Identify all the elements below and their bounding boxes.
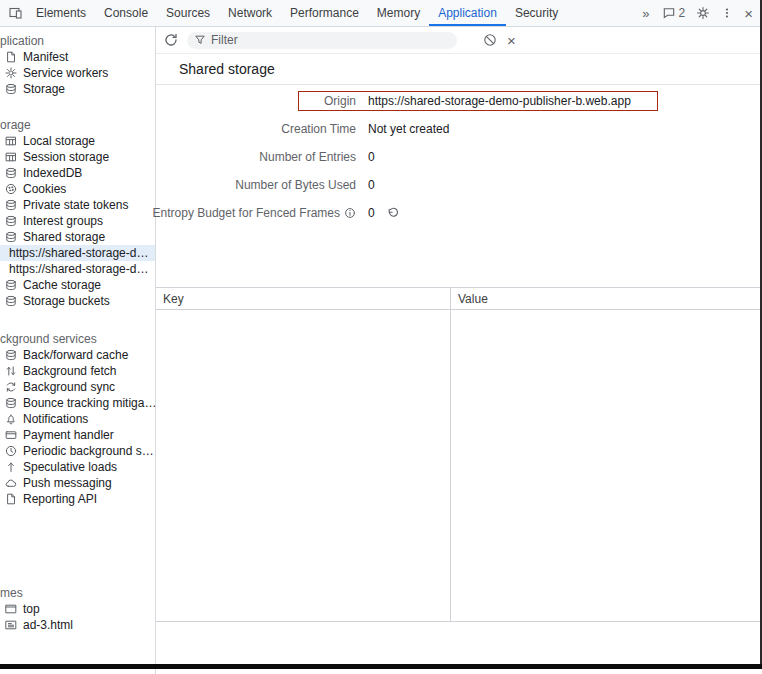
sidebar-item-periodic-background-s[interactable]: Periodic background s… (0, 443, 155, 459)
application-sidebar: plicationManifestService workersStorageo… (0, 27, 156, 674)
table-body[interactable] (156, 310, 762, 621)
sidebar-item-back-forward-cache[interactable]: Back/forward cache (0, 347, 155, 363)
sidebar-item-payment-handler[interactable]: Payment handler (0, 427, 155, 443)
document-icon (5, 51, 18, 63)
filter-field[interactable] (187, 32, 457, 49)
table-header-row: Key Value (156, 288, 762, 310)
close-devtools-icon[interactable]: × (744, 6, 753, 21)
sidebar-item-background-sync[interactable]: Background sync (0, 379, 155, 395)
reset-undo-icon[interactable] (387, 207, 399, 219)
sidebar-item-label: Storage (23, 82, 65, 96)
sidebar-item-cache-storage[interactable]: Cache storage (0, 277, 155, 293)
database-icon (5, 349, 18, 361)
sidebar-item-label: Interest groups (23, 214, 103, 228)
value-column-body (451, 310, 762, 621)
tab-network[interactable]: Network (219, 0, 281, 26)
shared-storage-panel: × Shared storage Origin https://shared-s… (156, 27, 762, 674)
field-number-of-entries: Number of Entries 0 (156, 143, 762, 171)
sidebar-item-top[interactable]: top (0, 601, 155, 617)
section-header: plication (0, 33, 155, 49)
sidebar-item-label: Periodic background s… (23, 444, 154, 458)
more-tabs-button[interactable]: » (640, 6, 651, 21)
sidebar-item-storage[interactable]: Storage (0, 81, 155, 97)
sidebar-item-private-state-tokens[interactable]: Private state tokens (0, 197, 155, 213)
sidebar-item-https-shared-storage-d[interactable]: https://shared-storage-d… (0, 261, 155, 277)
sidebar-item-session-storage[interactable]: Session storage (0, 149, 155, 165)
sidebar-item-label: top (23, 602, 40, 616)
tab-security[interactable]: Security (506, 0, 567, 26)
issues-count: 2 (679, 6, 686, 20)
settings-gear-icon[interactable] (696, 6, 710, 20)
field-origin: Origin https://shared-storage-demo-publi… (156, 87, 762, 115)
close-view-icon[interactable]: × (507, 33, 516, 48)
sidebar-item-notifications[interactable]: Notifications (0, 411, 155, 427)
sidebar-item-manifest[interactable]: Manifest (0, 49, 155, 65)
sidebar-item-cookies[interactable]: Cookies (0, 181, 155, 197)
sidebar-item-label: Storage buckets (23, 294, 110, 308)
sidebar-item-push-messaging[interactable]: Push messaging (0, 475, 155, 491)
cloud-icon (5, 477, 18, 489)
sync-icon (5, 381, 18, 393)
section-header: orage (0, 117, 155, 133)
kebab-menu-icon[interactable] (721, 7, 733, 19)
tab-console[interactable]: Console (95, 0, 157, 26)
sidebar-item-interest-groups[interactable]: Interest groups (0, 213, 155, 229)
refresh-icon[interactable] (163, 32, 179, 48)
database-icon (5, 295, 18, 307)
field-value: 0 (368, 206, 399, 220)
sidebar-item-label: Cache storage (23, 278, 101, 292)
database-icon (5, 231, 18, 243)
sidebar-item-label: Cookies (23, 182, 66, 196)
sidebar-item-local-storage[interactable]: Local storage (0, 133, 155, 149)
sidebar-item-service-workers[interactable]: Service workers (0, 65, 155, 81)
report-header: Shared storage (156, 54, 762, 85)
tab-elements[interactable]: Elements (27, 0, 95, 26)
field-value: 0 (368, 150, 375, 164)
field-creation-time: Creation Time Not yet created (156, 115, 762, 143)
sidebar-item-ad-3-html[interactable]: ad-3.html (0, 617, 155, 633)
sidebar-item-speculative-loads[interactable]: Speculative loads (0, 459, 155, 475)
sidebar-item-bounce-tracking-mitiga[interactable]: Bounce tracking mitiga… (0, 395, 155, 411)
sidebar-section: ckground servicesBack/forward cacheBackg… (0, 331, 155, 507)
sidebar-item-label: https://shared-storage-d… (9, 246, 148, 260)
key-value-table: Key Value (156, 287, 762, 622)
tab-memory[interactable]: Memory (368, 0, 429, 26)
clear-all-icon[interactable] (483, 33, 497, 47)
info-icon[interactable] (344, 207, 356, 219)
sidebar-item-label: Background fetch (23, 364, 116, 378)
sidebar-item-reporting-api[interactable]: Reporting API (0, 491, 155, 507)
sidebar-item-indexeddb[interactable]: IndexedDB (0, 165, 155, 181)
tab-sources[interactable]: Sources (157, 0, 219, 26)
column-header-value[interactable]: Value (451, 292, 762, 306)
panel-toolbar: × (156, 27, 762, 54)
database-icon (5, 83, 18, 95)
sidebar-item-storage-buckets[interactable]: Storage buckets (0, 293, 155, 309)
devtools-window: ElementsConsoleSourcesNetworkPerformance… (0, 0, 762, 674)
field-entropy-budget: Entropy Budget for Fenced Frames 0 (156, 199, 762, 227)
sidebar-item-background-fetch[interactable]: Background fetch (0, 363, 155, 379)
sidebar-item-shared-storage[interactable]: Shared storage (0, 229, 155, 245)
field-label: Number of Entries (156, 150, 356, 164)
frame-doc-icon (5, 619, 18, 631)
tabbar-right: » 2 × (640, 6, 762, 21)
devtools-tabbar: ElementsConsoleSourcesNetworkPerformance… (0, 0, 762, 27)
filter-input[interactable] (211, 33, 450, 47)
frame-icon (5, 603, 18, 615)
field-label: Number of Bytes Used (156, 178, 356, 192)
sidebar-item-label: IndexedDB (23, 166, 82, 180)
tabs: ElementsConsoleSourcesNetworkPerformance… (27, 0, 567, 26)
uparrow-icon (5, 461, 18, 473)
tab-application[interactable]: Application (429, 0, 506, 26)
page-title: Shared storage (179, 61, 762, 77)
document-icon (5, 493, 18, 505)
toggle-device-toolbar-icon[interactable] (5, 0, 27, 26)
table-icon (5, 135, 18, 147)
sidebar-item-https-shared-storage-d[interactable]: https://shared-storage-d… (0, 245, 155, 261)
issues-button[interactable]: 2 (663, 6, 686, 20)
sidebar-item-label: Push messaging (23, 476, 112, 490)
section-header: ckground services (0, 331, 155, 347)
clock-icon (5, 445, 18, 457)
key-column-body (156, 310, 451, 621)
column-header-key[interactable]: Key (156, 288, 451, 309)
tab-performance[interactable]: Performance (281, 0, 368, 26)
